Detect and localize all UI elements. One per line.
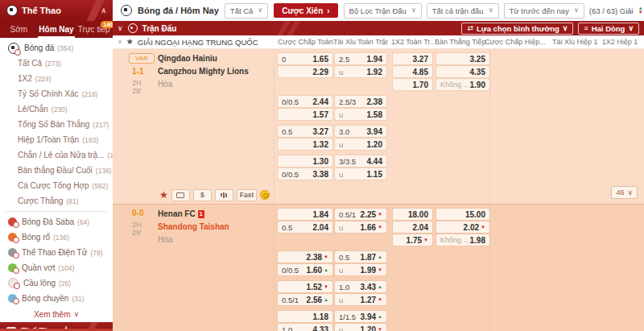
breadcrumb: Bóng đá / Hôm Nay	[138, 6, 219, 15]
odds-cell-ah[interactable]: 1.18	[278, 311, 332, 322]
fast-market-button[interactable]: Fast	[237, 189, 257, 201]
sidebar-sport-item[interactable]: Quần vợt(104)	[0, 260, 113, 275]
sidebar-bet-type-item[interactable]: 1X2(224)	[0, 71, 113, 86]
odds-cell-ah[interactable]: 0.53.27	[278, 126, 332, 137]
sidebar-bet-type-item[interactable]: Tổng Số Bàn Thắng(217)	[0, 117, 113, 132]
odds-blocks: Qingdao Hainiu01.652.51.943.273.25Cangzh…	[113, 49, 644, 180]
odds-cell-ou[interactable]: u1.20▼	[335, 324, 386, 331]
favorite-star-icon[interactable]: ★	[159, 190, 168, 200]
odds-cell-ou[interactable]: 2.5/32.38	[335, 96, 386, 107]
odds-cell-ou[interactable]: 1.03.43▲	[335, 281, 386, 292]
odds-cell-ng[interactable]: Không ...1.90	[436, 79, 489, 90]
odds-cell-ou[interactable]: u1.92	[335, 66, 386, 77]
odds-cell-ah[interactable]: 1.04.33	[278, 324, 332, 331]
odds-cell-ou[interactable]: 3/3.54.44	[335, 155, 386, 167]
sidebar-tab[interactable]: Sớm	[0, 21, 38, 38]
all-matches-select[interactable]: Tất cả trận đấu ∨	[427, 3, 499, 19]
time-range-select[interactable]: Từ trước đến nay ∨	[504, 3, 584, 19]
odds-value: 1.99	[361, 266, 376, 275]
sort-icon[interactable]: ▲▼ ⋮	[638, 6, 644, 14]
odds-cell-ou[interactable]: u1.99▼	[335, 264, 386, 275]
sidebar-tab[interactable]: Hôm Nay	[38, 21, 76, 38]
odds-trend-up-icon: ▲	[324, 267, 328, 272]
sidebar-sport-item[interactable]: Bóng chuyền(31)	[0, 291, 113, 306]
chevron-down-icon[interactable]: ∨	[118, 39, 122, 45]
show-more-button[interactable]: Xem thêm ∨	[0, 306, 113, 322]
sidebar-bet-type-item[interactable]: Tất Cả(273)	[0, 56, 113, 71]
handicap-value: 0.5	[339, 253, 349, 262]
soccer-ball-live-icon	[8, 43, 19, 54]
odds-cell-ah[interactable]: 0.5/12.56▲	[278, 294, 332, 305]
sidebar-sport-item[interactable]: Thể Thao Điện Tử(79)	[0, 245, 113, 260]
odds-cell-ng[interactable]: 3.25	[436, 53, 489, 64]
odds-cell-ou[interactable]: u1.66▼	[335, 221, 386, 233]
chevron-down-icon[interactable]: ∨	[118, 25, 123, 32]
odds-cell-ah[interactable]: 1.57	[278, 109, 332, 120]
odds-cell-x12[interactable]: 1.70	[393, 79, 432, 90]
odds-cell-ah[interactable]: 1.52▼	[278, 281, 332, 292]
league-header[interactable]: ∨ ★ GIẢI NGOẠI HẠNG TRUNG QUỐC Cược Chấp…	[113, 35, 644, 49]
parlay-button[interactable]: Cược Xiên ›	[274, 3, 337, 18]
odds-blocks: Henan FC11.840.5/12.25▼18.0015.00Shandon…	[113, 205, 644, 331]
stream-tv-icon[interactable]	[171, 189, 190, 201]
odds-value: 1.60	[307, 266, 322, 275]
odds-cell-ah[interactable]: 1.32	[278, 139, 332, 150]
sidebar-bet-type-item[interactable]: Tỷ Số Chính Xác(218)	[0, 86, 113, 101]
more-markets-select[interactable]: 46∨	[611, 186, 638, 199]
favorite-star-icon[interactable]: ★	[126, 38, 134, 46]
odds-cell-ah[interactable]: 2.29	[278, 66, 332, 77]
odds-cell-x12[interactable]: 1.75▼	[393, 234, 432, 246]
odds-cell-ou[interactable]: 0.5/12.25▼	[335, 209, 386, 220]
odds-cell-ah[interactable]: 0/0.51.60▲	[278, 264, 332, 275]
odds-cell-ah[interactable]: 0/0.53.38	[278, 168, 332, 180]
line-view-select[interactable]: ≡ Hai Dòng ∨	[578, 23, 639, 35]
sidebar-sport-item[interactable]: Cầu lông(26)	[0, 275, 113, 291]
sidebar-bet-type-item[interactable]: Cá Cược Tổng Hợp(562)	[0, 178, 113, 193]
sidebar-header[interactable]: Thể Thao ∧	[0, 0, 113, 21]
odds-cell-x12[interactable]: 18.00	[393, 209, 432, 220]
sidebar-item-football[interactable]: Bóng đá (354)	[0, 40, 113, 56]
odds-cell-ou[interactable]: u1.27▼	[335, 294, 386, 305]
odds-cell-ng[interactable]: Không ...1.98	[436, 234, 489, 246]
match-filter-select[interactable]: Bộ Lọc Trận Đấu ∨	[344, 3, 422, 19]
odds-block: 1.52▼1.03.43▲0.5/12.56▲u1.27▼	[113, 280, 644, 306]
red-card-badge: 1	[198, 210, 204, 218]
sidebar-bet-type-item[interactable]: Hiệp 1/Toàn Trận(193)	[0, 132, 113, 147]
sidebar-bet-type-item[interactable]: Lẻ/Chẵn(230)	[0, 101, 113, 117]
league-filter-select[interactable]: Tất Cả ∨	[225, 3, 268, 19]
odds-block: 0/0.52.442.5/32.381.57u1.58	[113, 95, 644, 121]
odds-cell-ou[interactable]: 1/1.53.94▲	[335, 311, 386, 322]
odds-cell-ou[interactable]: 3.03.94	[335, 126, 386, 137]
cashout-dollar-icon[interactable]: $	[193, 189, 212, 201]
sidebar-bet-type-item[interactable]: Chẵn / Lẻ của Nửa trậ...(180)	[0, 147, 113, 163]
odds-cell-ng[interactable]: 15.00	[436, 209, 489, 220]
sidebar-bet-type-item[interactable]: Bàn thắng Đầu/ Cuối(136)	[0, 163, 113, 178]
coin-icon[interactable]	[260, 190, 270, 200]
sidebar-tab[interactable]: Trực tiếp140	[75, 21, 113, 38]
odds-cell-ou[interactable]: 0.51.87▲	[335, 251, 386, 263]
odds-cell-x12[interactable]: 4.85	[393, 66, 432, 77]
sidebar-bet-type-item[interactable]: Cược Thắng(81)	[0, 193, 113, 209]
odds-cell-ou[interactable]: u1.20	[335, 139, 386, 150]
odds-cell-ou[interactable]: u1.58	[335, 109, 386, 120]
odds-cell-ah[interactable]: 0.52.04	[278, 221, 332, 233]
odds-cell-ah[interactable]: 2.38▼	[278, 251, 332, 263]
odds-cell-ou[interactable]: u1.15	[335, 168, 386, 180]
odds-cell-ah[interactable]: 1.84	[278, 209, 332, 220]
odds-cell-ah[interactable]: 01.65	[278, 53, 332, 64]
odds-cell-ng[interactable]: 2.02▼	[436, 221, 489, 233]
odds-value: 1.30	[313, 157, 328, 166]
odds-value: 2.38	[307, 253, 322, 262]
sidebar-sport-item[interactable]: Bóng rổ(136)	[0, 230, 113, 245]
statistics-icon[interactable]	[215, 189, 233, 201]
odds-cell-ng[interactable]: 4.35	[436, 66, 489, 77]
odds-value: 4.44	[367, 157, 382, 166]
item-count: (217)	[93, 121, 109, 129]
market-mode-select[interactable]: ⇄ Lựa chọn bình thường ∨	[461, 23, 573, 35]
odds-cell-x12[interactable]: 2.04	[393, 221, 432, 233]
sidebar-sport-item[interactable]: Bóng Đá Saba(64)	[0, 214, 113, 230]
odds-cell-ah[interactable]: 0/0.52.44	[278, 96, 332, 107]
odds-cell-x12[interactable]: 3.27	[393, 53, 432, 64]
odds-cell-ou[interactable]: 2.51.94	[335, 53, 386, 64]
odds-cell-ah[interactable]: 1.30	[278, 155, 332, 167]
